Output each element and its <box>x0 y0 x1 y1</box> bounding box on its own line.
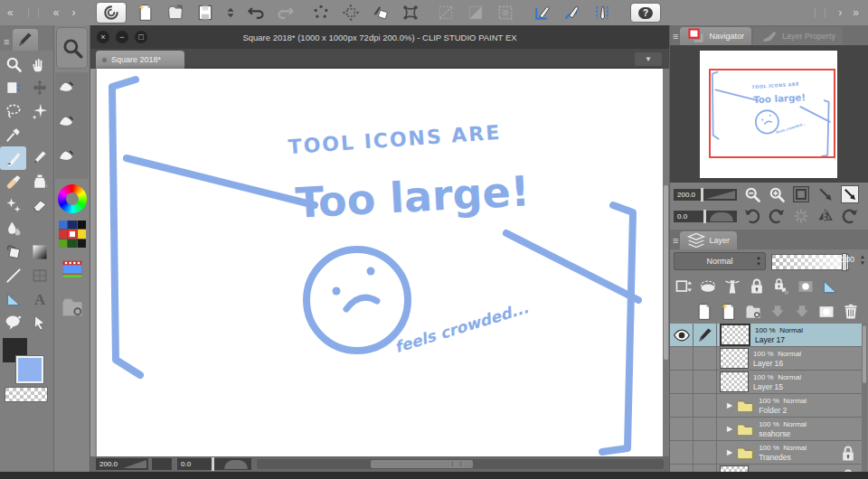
folder-expand-icon[interactable]: ▶ <box>727 448 732 456</box>
auto-select-tool[interactable] <box>26 99 52 123</box>
rotate-left-button[interactable] <box>743 207 761 225</box>
gradient-tool[interactable] <box>26 240 52 264</box>
rotation-handle[interactable] <box>212 457 214 471</box>
layer-visibility-toggle[interactable] <box>670 441 693 464</box>
eyedropper-tool[interactable] <box>0 123 26 146</box>
folder-expand-icon[interactable]: ▶ <box>727 425 732 433</box>
clear-button[interactable] <box>310 2 332 23</box>
balloon-tool[interactable] <box>0 311 26 334</box>
pencil-tool[interactable] <box>26 146 52 170</box>
snap-to-grid-button[interactable] <box>591 2 613 23</box>
brush-tool-selected[interactable] <box>0 146 26 170</box>
status-zoom-slider[interactable]: 200.0 <box>96 458 148 470</box>
layer-visibility-toggle[interactable] <box>670 371 693 393</box>
layer-visibility-toggle[interactable] <box>670 347 693 370</box>
airbrush-tool[interactable] <box>0 170 26 193</box>
layer-visibility-toggle[interactable] <box>670 394 693 417</box>
layer-row[interactable]: ▶100 % NormalTranedes <box>670 441 863 465</box>
layer-opacity-slider[interactable] <box>771 254 849 270</box>
snap-to-special-ruler-button[interactable] <box>561 2 583 23</box>
color-set-palette[interactable] <box>59 221 86 248</box>
transform-button[interactable] <box>400 2 421 23</box>
dropdown-stepper-icon[interactable]: ▲▼ <box>756 255 761 268</box>
blend-mode-dropdown[interactable]: Normal ▲▼ <box>674 252 766 270</box>
redo-button[interactable] <box>275 2 297 23</box>
selection-tool[interactable] <box>0 99 26 123</box>
clip-to-layer-below-button[interactable] <box>699 277 717 296</box>
snap-to-ruler-button[interactable] <box>532 2 553 23</box>
maximize-window-button[interactable]: □ <box>135 31 147 43</box>
navigator-preview[interactable] <box>670 45 868 183</box>
merge-down-button[interactable] <box>769 303 787 321</box>
status-rotation-slider[interactable]: 0.0 <box>177 458 251 470</box>
expand-selection-button[interactable] <box>340 2 362 23</box>
layer-row[interactable]: 100 % NormalLayer 17 <box>670 324 863 347</box>
new-folder-button[interactable] <box>744 303 762 321</box>
enable-mask-button[interactable] <box>797 277 815 296</box>
layer-visibility-toggle[interactable] <box>670 324 693 346</box>
text-tool[interactable] <box>26 287 52 311</box>
canvas-surface[interactable] <box>97 69 663 456</box>
reset-rotation-button[interactable] <box>792 207 810 225</box>
layer-thumbnail[interactable] <box>720 324 750 346</box>
open-file-button[interactable] <box>165 2 186 23</box>
collapse-right-panel-icon[interactable]: » <box>853 6 859 19</box>
collapse-left-panel-icon[interactable]: « <box>7 6 14 19</box>
expand-subtool-icon[interactable]: › <box>71 6 75 19</box>
lock-layer-button[interactable] <box>748 277 766 296</box>
fit-to-screen-button[interactable] <box>792 185 810 203</box>
current-tool-zoom-button[interactable] <box>56 27 88 69</box>
flow-line-tool[interactable] <box>26 311 52 334</box>
scrollbar-handle[interactable] <box>664 185 668 360</box>
fit-to-navigator-button[interactable] <box>841 185 859 203</box>
layer-mask-button[interactable] <box>817 303 835 321</box>
eraser-tool[interactable] <box>26 193 52 217</box>
figure-tool[interactable] <box>0 264 26 287</box>
subtool-marker-2[interactable] <box>57 112 75 130</box>
layer-row-main[interactable]: ▶100 % Normalseahorse <box>717 418 863 440</box>
layer-row-main[interactable]: 100 % NormalLayer 17 <box>717 324 863 346</box>
document-tab[interactable]: Square 2018* <box>96 51 184 69</box>
zoom-in-button[interactable] <box>768 185 786 203</box>
layer-row-main[interactable]: ▶100 % NormalFolder 2 <box>717 394 863 417</box>
palette-menu-icon[interactable]: ≡ <box>673 231 678 249</box>
zoom-tool[interactable] <box>0 52 26 76</box>
layer-row[interactable]: ▶100 % Normalseahorse <box>670 418 863 441</box>
layer-thumbnail[interactable] <box>720 371 749 392</box>
sub-color-swatch-selected[interactable] <box>16 356 43 383</box>
change-layer-color-button[interactable] <box>675 277 693 296</box>
tool-palette-tab[interactable] <box>13 29 38 51</box>
ruler-tool[interactable] <box>0 287 26 311</box>
clip-studio-logo-button[interactable] <box>96 2 127 23</box>
layer-list-scrollbar[interactable] <box>862 324 867 472</box>
layer-row-main[interactable]: 100 % Normal <box>717 465 863 472</box>
transfer-down-button[interactable] <box>793 303 811 321</box>
tab-navigator[interactable]: Navigator <box>680 27 751 45</box>
timeline-film-icon[interactable] <box>58 257 87 282</box>
fill-tool[interactable] <box>0 240 26 264</box>
operation-tool[interactable] <box>0 76 26 99</box>
delete-layer-button[interactable] <box>842 303 860 321</box>
material-folder-icon[interactable] <box>58 295 87 320</box>
navigator-rotation-slider[interactable]: 0.0 <box>674 211 737 222</box>
layer-row-main[interactable]: 100 % NormalLayer 15 <box>717 371 863 393</box>
move-layer-tool[interactable] <box>26 76 52 99</box>
close-window-button[interactable]: × <box>97 31 109 43</box>
layer-row[interactable]: 100 % NormalLayer 15 <box>670 371 863 394</box>
tab-layer[interactable]: Layer <box>680 231 737 249</box>
new-vector-layer-button[interactable] <box>720 303 738 321</box>
palette-menu-icon[interactable]: ≡ <box>4 33 9 51</box>
move-screen-tool[interactable] <box>26 52 52 76</box>
lock-transparent-pixels-button[interactable] <box>772 277 790 296</box>
deselect-button[interactable] <box>435 2 457 23</box>
panel-grip[interactable] <box>815 8 826 17</box>
new-file-button[interactable] <box>135 2 156 23</box>
new-layer-button[interactable] <box>695 303 713 321</box>
fill-button[interactable] <box>370 2 392 23</box>
layer-row[interactable]: 100 % NormalLayer 16 <box>670 347 863 371</box>
palette-menu-icon[interactable]: ≡ <box>673 27 678 45</box>
panel-grip[interactable] <box>28 8 39 17</box>
invert-selection-button[interactable] <box>465 2 486 23</box>
tab-layer-property[interactable]: Layer Property <box>753 27 843 45</box>
layer-row-main[interactable]: 100 % NormalLayer 16 <box>717 347 863 370</box>
